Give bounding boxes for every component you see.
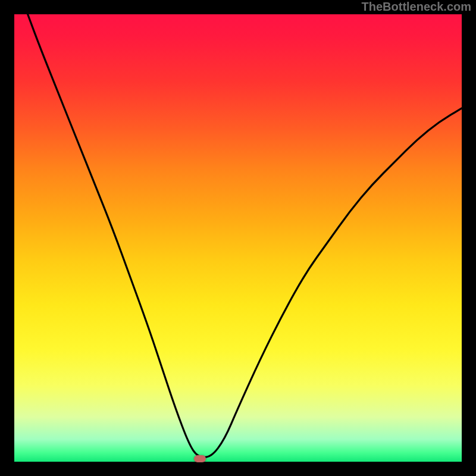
watermark-text: TheBottleneck.com (362, 0, 471, 14)
curve-svg (14, 14, 462, 462)
minimum-marker (194, 455, 206, 462)
chart-frame: TheBottleneck.com (0, 0, 476, 476)
bottleneck-curve (28, 14, 462, 458)
plot-area (14, 14, 462, 462)
